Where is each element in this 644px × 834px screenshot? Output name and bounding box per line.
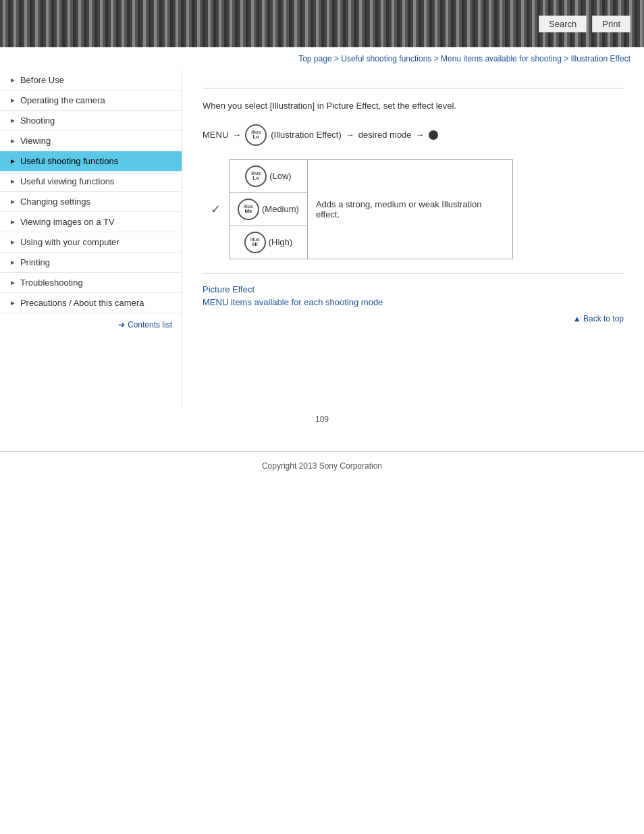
sidebar-item-label: Troubleshooting — [20, 278, 83, 288]
illus-menu-icon: Illus Lo — [245, 124, 267, 146]
print-button[interactable]: Print — [592, 16, 630, 32]
menu-label: MENU — [203, 130, 228, 140]
sidebar-item-precautions[interactable]: ► Precautions / About this camera — [0, 293, 182, 313]
illus-effect-label: (Illustration Effect) — [271, 130, 342, 140]
low-icon: Illus Lo — [245, 165, 267, 187]
header: Search Print — [0, 0, 644, 47]
low-label: (Low) — [269, 171, 292, 181]
arrow-icon: ► — [9, 198, 16, 205]
desc-cell-low: Adds a strong, medium or weak Illustrati… — [307, 159, 512, 259]
bullet-icon — [429, 130, 438, 140]
breadcrumb-illustration-effect[interactable]: Illustration Effect — [571, 54, 631, 63]
search-button[interactable]: Search — [539, 16, 587, 32]
high-icon: Illus Hi — [244, 232, 266, 253]
check-cell-medium: ✓ — [203, 192, 230, 226]
arrow-icon: ► — [9, 117, 16, 124]
sidebar-item-label: Viewing — [20, 136, 51, 146]
related-links: Picture Effect MENU items available for … — [203, 284, 624, 307]
sidebar-item-useful-viewing[interactable]: ► Useful viewing functions — [0, 172, 182, 192]
breadcrumb-useful-shooting[interactable]: Useful shooting functions — [341, 54, 431, 63]
sidebar-item-shooting[interactable]: ► Shooting — [0, 111, 182, 131]
copyright-text: Copyright 2013 Sony Corporation — [262, 461, 382, 471]
icon-cell-high: Illus Hi (High) — [230, 226, 308, 259]
page-number: 109 — [0, 408, 644, 431]
arrow-icon: ► — [9, 299, 16, 307]
table-row: Illus Lo (Low) Adds a strong, medium or … — [203, 159, 513, 192]
sidebar-item-operating-camera[interactable]: ► Operating the camera — [0, 90, 182, 111]
sidebar-item-printing[interactable]: ► Printing — [0, 253, 182, 273]
sidebar-item-label: Shooting — [20, 115, 55, 126]
arrow-text: → — [232, 130, 241, 140]
arrow-text3: → — [416, 130, 425, 140]
arrow-icon: ► — [9, 279, 16, 286]
breadcrumb-top[interactable]: Top page — [298, 54, 331, 63]
page-description: When you select [Illustration] in Pictur… — [203, 99, 624, 113]
sidebar-item-label: Viewing images on a TV — [20, 217, 115, 227]
sidebar-item-troubleshooting[interactable]: ► Troubleshooting — [0, 273, 182, 293]
arrow-icon: ► — [9, 76, 16, 84]
back-to-top: ▲ Back to top — [203, 314, 624, 323]
arrow-text2: → — [346, 130, 354, 140]
arrow-icon: ► — [9, 137, 16, 145]
sidebar-item-before-use[interactable]: ► Before Use — [0, 70, 182, 90]
checkmark-icon: ✓ — [211, 203, 221, 216]
arrow-icon: ► — [9, 238, 16, 246]
main-layout: ► Before Use ► Operating the camera ► Sh… — [0, 70, 644, 408]
sidebar-item-viewing-tv[interactable]: ► Viewing images on a TV — [0, 212, 182, 232]
icon-cell-low: Illus Lo (Low) — [230, 159, 308, 192]
sidebar-item-changing-settings[interactable]: ► Changing settings — [0, 192, 182, 212]
sidebar-item-label: Precautions / About this camera — [20, 298, 144, 308]
menu-items-mode-link[interactable]: MENU items available for each shooting m… — [203, 297, 624, 307]
footer: Copyright 2013 Sony Corporation — [0, 451, 644, 480]
sidebar: ► Before Use ► Operating the camera ► Sh… — [0, 70, 182, 408]
sidebar-item-useful-shooting[interactable]: ► Useful shooting functions — [0, 151, 182, 172]
picture-effect-link[interactable]: Picture Effect — [203, 284, 624, 294]
sidebar-item-using-computer[interactable]: ► Using with your computer — [0, 232, 182, 253]
arrow-icon: ► — [9, 178, 16, 185]
breadcrumb: Top page > Useful shooting functions > M… — [0, 47, 644, 70]
bottom-divider — [203, 273, 624, 273]
menu-path: MENU → Illus Lo (Illustration Effect) → … — [203, 124, 624, 146]
arrow-icon: ► — [9, 218, 16, 226]
effect-table: Illus Lo (Low) Adds a strong, medium or … — [203, 159, 513, 259]
sidebar-item-label: Useful viewing functions — [20, 176, 114, 186]
sidebar-item-label: Printing — [20, 257, 50, 267]
sidebar-item-label: Useful shooting functions — [20, 156, 118, 166]
medium-label: (Medium) — [262, 204, 299, 214]
arrow-icon: ► — [9, 259, 16, 266]
top-divider — [203, 88, 624, 88]
icon-cell-medium: Illus Me (Medium) — [230, 192, 308, 226]
contents-list-arrow: ➔ — [118, 320, 125, 330]
check-cell-low — [203, 159, 230, 192]
desired-mode-label: desired mode — [358, 130, 412, 140]
medium-icon: Illus Me — [238, 199, 259, 220]
sidebar-item-label: Operating the camera — [20, 95, 105, 105]
arrow-icon: ► — [9, 157, 16, 165]
sidebar-item-label: Before Use — [20, 75, 64, 85]
back-to-top-link[interactable]: ▲ Back to top — [573, 314, 624, 323]
main-content: When you select [Illustration] in Pictur… — [182, 70, 644, 408]
check-cell-high — [203, 226, 230, 259]
high-label: (High) — [269, 237, 292, 247]
contents-list-label: Contents list — [128, 320, 172, 330]
contents-list-link[interactable]: ➔ Contents list — [0, 313, 182, 336]
sidebar-item-label: Changing settings — [20, 197, 90, 207]
sidebar-item-viewing[interactable]: ► Viewing — [0, 131, 182, 151]
arrow-icon: ► — [9, 97, 16, 104]
sidebar-item-label: Using with your computer — [20, 237, 119, 247]
breadcrumb-menu-items[interactable]: Menu items available for shooting — [441, 54, 562, 63]
